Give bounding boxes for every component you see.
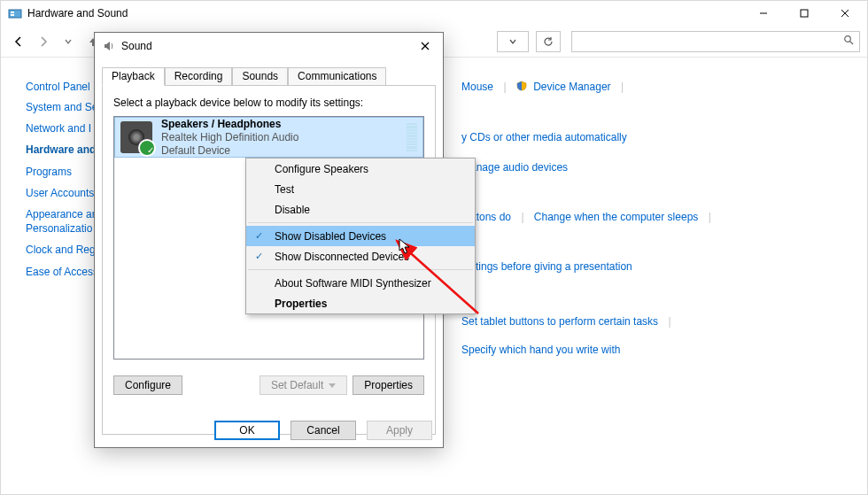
- nav-history-button[interactable]: [58, 31, 79, 52]
- refresh-button[interactable]: [536, 31, 561, 52]
- configure-button[interactable]: Configure: [113, 375, 182, 395]
- svg-rect-1: [11, 12, 14, 13]
- tab-communications[interactable]: Communications: [288, 67, 386, 86]
- control-panel-icon: [8, 6, 22, 20]
- titlebar: Hardware and Sound: [1, 1, 867, 26]
- menu-about-midi[interactable]: About Software MIDI Synthesizer: [246, 273, 475, 293]
- search-box[interactable]: [571, 31, 860, 52]
- address-dropdown[interactable]: [497, 31, 529, 52]
- speaker-icon: ✓: [120, 121, 152, 153]
- cancel-button[interactable]: Cancel: [291, 421, 356, 440]
- menu-show-disabled[interactable]: ✓Show Disabled Devices: [246, 226, 475, 246]
- menu-separator: [248, 269, 473, 270]
- svg-point-7: [845, 36, 851, 43]
- sound-icon: [102, 39, 116, 53]
- context-menu: Configure Speakers Test Disable ✓Show Di…: [245, 158, 476, 314]
- content-link[interactable]: Change when the computer sleeps: [534, 211, 698, 223]
- device-name: Speakers / Headphones: [161, 118, 298, 131]
- content-link[interactable]: Manage audio devices: [461, 161, 568, 174]
- maximize-button[interactable]: [784, 1, 825, 26]
- content-link[interactable]: Specify which hand you write with: [461, 344, 620, 356]
- dialog-titlebar: Sound: [95, 33, 443, 59]
- menu-properties[interactable]: Properties: [246, 293, 475, 313]
- check-icon: ✓: [255, 230, 263, 242]
- content-link[interactable]: Mouse: [461, 81, 493, 93]
- svg-rect-2: [11, 14, 14, 16]
- svg-rect-0: [9, 10, 21, 18]
- close-button[interactable]: [825, 1, 865, 26]
- instruction-text: Select a playback device below to modify…: [113, 97, 424, 109]
- content-link[interactable]: Set tablet buttons to perform certain ta…: [461, 315, 658, 328]
- dialog-title: Sound: [121, 40, 152, 52]
- tab-sounds[interactable]: Sounds: [232, 67, 288, 86]
- svg-rect-4: [801, 10, 808, 17]
- content-link[interactable]: y CDs or other media automatically: [461, 131, 627, 143]
- menu-show-disconnected[interactable]: ✓Show Disconnected Devices: [246, 246, 475, 267]
- volume-meter-icon: [407, 123, 417, 151]
- forward-button[interactable]: [33, 31, 54, 52]
- tab-playback[interactable]: Playback: [102, 67, 165, 86]
- minimize-button[interactable]: [743, 1, 784, 26]
- device-item[interactable]: ✓ Speakers / Headphones Realtek High Def…: [114, 117, 423, 158]
- back-button[interactable]: [8, 31, 29, 52]
- device-driver: Realtek High Definition Audio: [161, 131, 298, 144]
- shield-icon: [516, 81, 530, 94]
- dialog-close-button[interactable]: [413, 35, 438, 57]
- set-default-button[interactable]: Set Default: [260, 375, 347, 395]
- menu-disable[interactable]: Disable: [246, 199, 475, 220]
- menu-configure-speakers[interactable]: Configure Speakers: [246, 159, 475, 179]
- menu-test[interactable]: Test: [246, 179, 475, 199]
- window-title: Hardware and Sound: [27, 7, 128, 19]
- menu-separator: [248, 222, 473, 223]
- content-link[interactable]: settings before giving a presentation: [461, 260, 632, 273]
- search-input[interactable]: [577, 35, 843, 49]
- device-status: Default Device: [161, 144, 298, 158]
- content-area: Mouse | Device Manager | y CDs or other …: [461, 81, 858, 372]
- properties-button[interactable]: Properties: [353, 375, 424, 395]
- ok-button[interactable]: OK: [214, 421, 280, 440]
- tab-recording[interactable]: Recording: [165, 67, 233, 86]
- tabstrip: Playback Recording Sounds Communications: [102, 66, 436, 85]
- svg-line-8: [850, 42, 853, 44]
- check-icon: ✓: [255, 251, 263, 262]
- content-link[interactable]: Device Manager: [533, 81, 610, 93]
- apply-button[interactable]: Apply: [367, 421, 432, 440]
- search-icon: [843, 35, 854, 48]
